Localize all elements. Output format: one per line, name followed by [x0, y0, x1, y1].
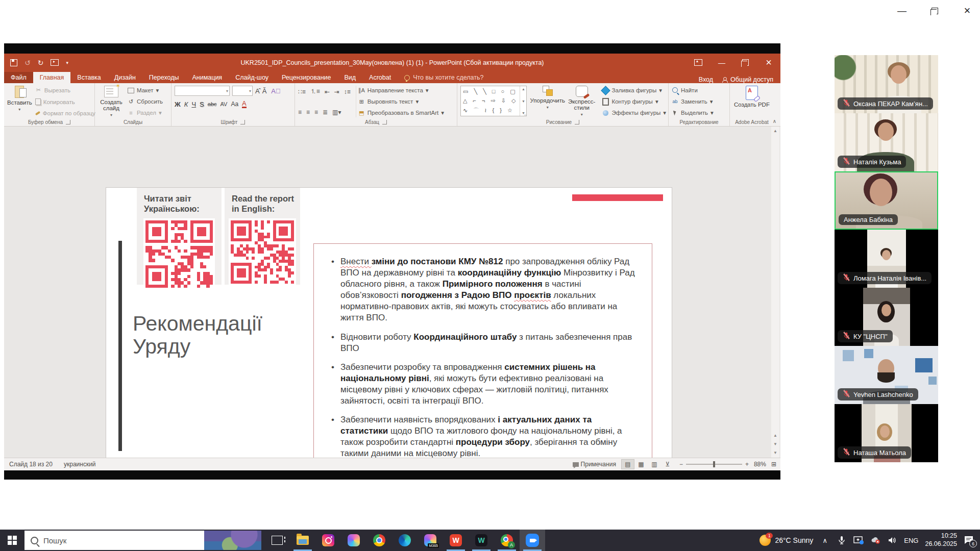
- tab-рецензирование[interactable]: Рецензирование: [275, 72, 338, 83]
- start-button[interactable]: [0, 530, 24, 551]
- tab-главная[interactable]: Главная: [33, 72, 71, 83]
- character-spacing-button[interactable]: AV: [220, 101, 228, 107]
- smartart-button[interactable]: ⬒Преобразовать в SmartArt▾: [358, 109, 444, 116]
- zoom-out-icon[interactable]: −: [679, 461, 683, 468]
- wps-office-taskbar-button[interactable]: W: [443, 530, 469, 551]
- decrease-indent-icon[interactable]: ⇤: [325, 88, 330, 95]
- weather-widget[interactable]: 1 26°C Sunny: [760, 535, 813, 546]
- format-painter-button[interactable]: Формат по образцу: [35, 110, 95, 116]
- numbering-icon[interactable]: ⒈≡: [310, 87, 320, 96]
- tab-файл[interactable]: Файл: [4, 72, 33, 83]
- restore-icon[interactable]: [928, 4, 941, 17]
- align-left-icon[interactable]: ≡: [298, 109, 302, 116]
- google-profile-taskbar-button[interactable]: A: [494, 530, 520, 551]
- close-icon[interactable]: ×: [961, 4, 974, 17]
- slideshow-view-icon[interactable]: ⊻: [661, 459, 674, 469]
- tab-слайд-шоу[interactable]: Слайд-шоу: [229, 72, 275, 83]
- screen-share-tray-icon[interactable]: [853, 535, 864, 545]
- edge-taskbar-button[interactable]: [392, 530, 418, 551]
- volume-icon[interactable]: [887, 535, 897, 545]
- shape-effects-button[interactable]: Эффекты фигуры▾: [602, 109, 666, 116]
- line-spacing-icon[interactable]: ↕≡: [344, 88, 351, 95]
- participant-tile[interactable]: Yevhen Lashchenko: [835, 346, 938, 404]
- file-explorer-taskbar-button[interactable]: [290, 530, 315, 551]
- participant-tile[interactable]: КУ "ЦНСП": [835, 288, 938, 346]
- save-icon[interactable]: [10, 59, 17, 66]
- previous-slide-icon[interactable]: ▲: [773, 433, 777, 438]
- slide-sorter-icon[interactable]: ▦: [634, 459, 648, 469]
- cut-button[interactable]: ✂Вырезать: [35, 87, 95, 93]
- notes-button[interactable]: Примечания: [573, 461, 616, 468]
- onedrive-error-icon[interactable]: [870, 535, 880, 545]
- underline-button[interactable]: Ч: [191, 101, 196, 108]
- slide-canvas[interactable]: Читати звітУкраїнською: Read the reporti…: [106, 187, 672, 458]
- italic-button[interactable]: К: [184, 101, 188, 108]
- select-button[interactable]: Выделить▾: [672, 109, 726, 116]
- font-name-combobox[interactable]: ▾: [175, 86, 230, 96]
- align-text-button[interactable]: ⊞Выровнять текст▾: [358, 98, 444, 105]
- zoom-slider[interactable]: − +: [679, 461, 749, 468]
- slide-content-box[interactable]: Внести зміни до постанови КМУ №812 про з…: [313, 243, 652, 458]
- reading-view-icon[interactable]: ▥: [648, 459, 661, 469]
- shadow-button[interactable]: S: [200, 101, 204, 108]
- ppt-close-icon[interactable]: ×: [757, 54, 780, 71]
- slide-scrollbar[interactable]: ▲ ▲ ▼ ▼: [771, 127, 779, 458]
- change-case-button[interactable]: Aa: [231, 101, 238, 108]
- participant-tile[interactable]: Наташа Матьола: [835, 404, 938, 462]
- copy-button[interactable]: Копировать: [35, 98, 95, 105]
- slide-title[interactable]: РекомендаціїУряду: [133, 312, 262, 358]
- participant-tile[interactable]: Оксана ПЕКАР Кам’ян...: [835, 55, 938, 113]
- bold-button[interactable]: Ж: [175, 101, 181, 108]
- instagram-taskbar-button[interactable]: [315, 530, 341, 551]
- minimize-icon[interactable]: —: [895, 4, 909, 17]
- participant-tile[interactable]: Наталія Кузьма: [835, 113, 938, 171]
- shrink-font-icon[interactable]: А̌: [262, 87, 267, 95]
- sign-in-button[interactable]: Вход: [699, 76, 713, 83]
- undo-icon[interactable]: ↺: [24, 59, 31, 67]
- task-view-taskbar-button[interactable]: [264, 530, 290, 551]
- ppt-minimize-icon[interactable]: —: [710, 54, 733, 71]
- quick-styles-button[interactable]: Экспресс-стили▾: [568, 86, 596, 117]
- scroll-up-icon[interactable]: ▲: [773, 129, 777, 133]
- tab-что-вы-хотите-сделать-[interactable]: Что вы хотите сделать?: [398, 72, 490, 83]
- m365-copilot-taskbar-button[interactable]: M365: [418, 530, 443, 551]
- find-button[interactable]: Найти: [672, 87, 726, 93]
- columns-icon[interactable]: ▥▾: [332, 109, 341, 116]
- normal-view-icon[interactable]: ▤: [621, 459, 634, 469]
- search-highlight-image[interactable]: [204, 531, 261, 550]
- tab-вставка[interactable]: Вставка: [70, 72, 107, 83]
- dialog-launcher-icon[interactable]: [382, 120, 387, 124]
- layout-button[interactable]: Макет▾: [128, 87, 163, 94]
- ribbon-display-icon[interactable]: [687, 54, 710, 71]
- dialog-launcher-icon[interactable]: [66, 120, 70, 124]
- notification-center-icon[interactable]: 6: [964, 535, 975, 546]
- zoom-taskbar-button[interactable]: [520, 530, 545, 551]
- justify-icon[interactable]: ≣: [323, 109, 328, 116]
- participant-tile[interactable]: Анжела Бабкіна: [835, 171, 938, 230]
- clear-formatting-icon[interactable]: А⃥: [271, 87, 280, 95]
- tab-анимация[interactable]: Анимация: [185, 72, 229, 83]
- arrange-button[interactable]: Упорядочить▾: [530, 86, 565, 117]
- shapes-gallery[interactable]: ▭ ╲ ╲ □ ○ ▢ △ ⌐ ¬ ⇨ ⇩ ◇ ∿ ⌒ ≀ { } ☆ ▲▼▼̲: [460, 86, 527, 116]
- dialog-launcher-icon[interactable]: [575, 120, 579, 124]
- participant-tile[interactable]: Ломага Наталія Іванів...: [835, 230, 938, 288]
- replace-button[interactable]: abЗаменить▾: [672, 98, 726, 105]
- align-right-icon[interactable]: ≡: [314, 109, 318, 116]
- font-color-button[interactable]: А: [242, 100, 247, 108]
- redo-icon[interactable]: ↻: [38, 59, 44, 67]
- tab-вид[interactable]: Вид: [337, 72, 362, 83]
- language-indicator[interactable]: украинский: [64, 461, 96, 468]
- share-button[interactable]: Общий доступ: [722, 76, 773, 83]
- create-pdf-button[interactable]: Создать PDF: [733, 86, 771, 108]
- shape-outline-button[interactable]: Контур фигуры▾: [602, 98, 666, 105]
- scroll-down-icon[interactable]: ▼: [773, 450, 777, 455]
- align-center-icon[interactable]: ≡: [306, 109, 310, 116]
- grow-font-icon[interactable]: А̂: [255, 87, 260, 95]
- microphone-tray-icon[interactable]: [837, 535, 847, 545]
- next-slide-icon[interactable]: ▼: [773, 442, 777, 446]
- dialog-launcher-icon[interactable]: [240, 120, 245, 124]
- clock[interactable]: 10:25 26.06.2025: [925, 532, 957, 548]
- copilot-taskbar-button[interactable]: [341, 530, 366, 551]
- strikethrough-button[interactable]: abc: [208, 101, 217, 107]
- text-direction-button[interactable]: ∥AНаправление текста▾: [358, 87, 444, 94]
